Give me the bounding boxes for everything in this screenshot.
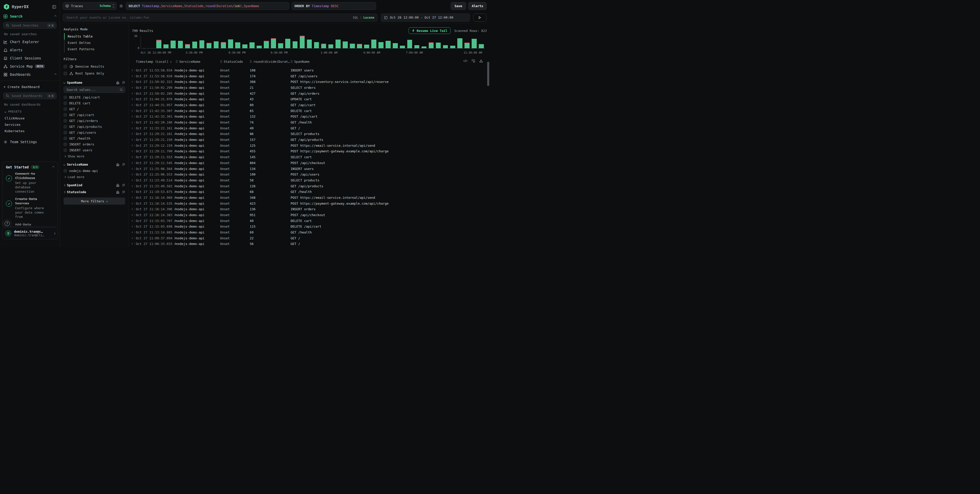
table-row[interactable]: Oct 27 11:33:22.161 AMnodejs-demo-apiUns…: [129, 125, 490, 131]
table-row[interactable]: Oct 27 11:50:02.299 AMnodejs-demo-apiUns…: [129, 85, 490, 91]
column-header-statuscode[interactable]: StatusCode: [220, 60, 250, 64]
row-expand-icon[interactable]: [131, 87, 133, 89]
filter-value-checkbox[interactable]: [64, 119, 67, 122]
row-expand-icon[interactable]: [131, 156, 133, 158]
histogram-bar[interactable]: [285, 36, 290, 48]
histogram-bar[interactable]: [250, 36, 255, 48]
row-expand-icon[interactable]: [131, 133, 133, 135]
histogram-slot[interactable]: [191, 36, 198, 48]
table-row[interactable]: Oct 27 11:09:37.094 AMnodejs-demo-apiUns…: [129, 235, 490, 241]
row-expand-icon[interactable]: [131, 185, 133, 187]
histogram-slot[interactable]: [334, 36, 342, 48]
histogram-bar[interactable]: [400, 36, 405, 48]
sidebar-item-service-map[interactable]: Service Map BETA: [0, 62, 60, 70]
analysis-mode-event-patterns[interactable]: Event Patterns: [65, 46, 125, 52]
drag-handle-icon[interactable]: [220, 60, 222, 63]
get-started-item[interactable]: Add Data Start sending: [6, 222, 54, 227]
table-row[interactable]: Oct 27 11:23:49.502 AMnodejs-demo-apiUns…: [129, 183, 490, 189]
row-expand-icon[interactable]: [131, 75, 133, 77]
analysis-mode-results-table[interactable]: Results Table: [64, 33, 125, 40]
filter-value-checkbox[interactable]: [64, 143, 67, 146]
filter-value-label[interactable]: DELETE cart: [69, 101, 91, 105]
table-row[interactable]: Oct 27 11:53:58.934 AMnodejs-demo-apiUns…: [129, 67, 490, 73]
table-row[interactable]: Oct 27 11:25:06.553 AMnodejs-demo-apiUns…: [129, 172, 490, 177]
histogram-bar[interactable]: [192, 36, 197, 48]
filter-value-label[interactable]: GET /health: [69, 137, 91, 140]
histogram-plot[interactable]: [141, 36, 485, 48]
row-expand-icon[interactable]: [131, 226, 133, 227]
histogram-bar[interactable]: [321, 36, 326, 48]
histogram-bar[interactable]: [422, 36, 427, 48]
row-expand-icon[interactable]: [131, 139, 133, 141]
spanname-show-more[interactable]: Show more: [64, 153, 125, 159]
row-expand-icon[interactable]: [131, 70, 133, 71]
histogram-bar[interactable]: [357, 36, 362, 48]
drag-handle-icon[interactable]: [250, 60, 252, 63]
histogram-slot[interactable]: [399, 36, 406, 48]
sidebar-item-search[interactable]: Search: [0, 12, 60, 21]
table-row[interactable]: Oct 27 11:29:11.700 AMnodejs-demo-apiUns…: [129, 149, 490, 154]
table-row[interactable]: Oct 27 11:19:53.875 AMnodejs-demo-apiUns…: [129, 189, 490, 195]
histogram-slot[interactable]: [305, 36, 313, 48]
row-expand-icon[interactable]: [131, 173, 133, 175]
histogram-slot[interactable]: [478, 36, 485, 48]
event-search-input[interactable]: [66, 15, 351, 20]
filter-value-label[interactable]: nodejs-demo-api: [69, 169, 98, 173]
spanname-value-item[interactable]: GET /: [64, 106, 125, 112]
histogram-bar[interactable]: [393, 36, 398, 48]
histogram-slot[interactable]: [155, 36, 162, 48]
date-range-picker[interactable]: Oct 26 12:00:00 - Oct 27 12:00:00: [381, 14, 470, 22]
histogram-bar[interactable]: [264, 36, 269, 48]
filter-value-checkbox[interactable]: [64, 149, 67, 152]
row-expand-icon[interactable]: [131, 93, 133, 94]
table-row[interactable]: Oct 27 11:42:33.307 AMnodejs-demo-apiUns…: [129, 108, 490, 114]
user-menu[interactable]: D dominic.tran@c… dominic.tran@cli…: [2, 227, 58, 239]
event-search-box[interactable]: SQL|Lucene: [62, 14, 378, 22]
preset-item-services[interactable]: Services: [0, 121, 60, 128]
histogram-slot[interactable]: [177, 36, 184, 48]
filter-value-label[interactable]: GET /api/products: [69, 125, 102, 129]
analysis-mode-event-deltas[interactable]: Event Deltas: [65, 40, 125, 46]
wrap-text-icon[interactable]: [471, 59, 475, 62]
histogram-slot[interactable]: [291, 36, 299, 48]
histogram-slot[interactable]: [406, 36, 413, 48]
histogram-bar[interactable]: [350, 36, 355, 48]
histogram-bar[interactable]: [336, 36, 340, 48]
histogram-slot[interactable]: [241, 36, 248, 48]
alerts-button[interactable]: Alerts: [468, 2, 487, 10]
histogram-bar[interactable]: [278, 36, 283, 48]
histogram-slot[interactable]: [370, 36, 377, 48]
histogram-slot[interactable]: [205, 36, 213, 48]
language-toggle[interactable]: SQL|Lucene: [353, 16, 374, 19]
filter-value-label[interactable]: INSERT orders: [69, 142, 94, 146]
filter-value-label[interactable]: GET /: [69, 107, 79, 111]
filter-value-label[interactable]: GET /api/orders: [69, 119, 98, 123]
histogram-bar[interactable]: [178, 36, 183, 48]
row-expand-icon[interactable]: [131, 104, 133, 106]
lang-sql[interactable]: SQL: [353, 16, 358, 19]
histogram-slot[interactable]: [234, 36, 241, 48]
histogram-slot[interactable]: [162, 36, 170, 48]
histogram-slot[interactable]: [213, 36, 220, 48]
filter-group-spankind[interactable]: SpanKind: [64, 183, 125, 187]
histogram-bar[interactable]: [235, 36, 240, 48]
filter-value-checkbox[interactable]: [64, 113, 67, 117]
filter-value-checkbox[interactable]: [64, 131, 67, 134]
table-row[interactable]: Oct 27 11:29:11.553 AMnodejs-demo-apiUns…: [129, 154, 490, 160]
histogram-slot[interactable]: [320, 36, 327, 48]
get-started-item[interactable]: Connect to ClickHouse Set up your databa…: [6, 172, 54, 194]
source-select[interactable]: Traces Schema: [62, 2, 117, 10]
presets-toggle[interactable]: PRESETS: [0, 108, 60, 115]
histogram-bar[interactable]: [465, 36, 469, 48]
drag-handle-icon[interactable]: [176, 60, 178, 63]
histogram-slot[interactable]: [248, 36, 256, 48]
pin-icon[interactable]: [122, 191, 125, 194]
servicename-value-item[interactable]: nodejs-demo-api: [64, 168, 125, 174]
column-header-duration[interactable]: round(divide(Durat…: [250, 60, 291, 64]
filter-value-label[interactable]: GET /api/users: [69, 131, 96, 135]
histogram-slot[interactable]: [349, 36, 356, 48]
histogram-bar[interactable]: [221, 36, 226, 48]
histogram-bar[interactable]: [199, 36, 205, 48]
row-expand-icon[interactable]: [131, 98, 133, 100]
table-row[interactable]: Oct 27 11:16:14.383 AMnodejs-demo-apiUns…: [129, 212, 490, 218]
